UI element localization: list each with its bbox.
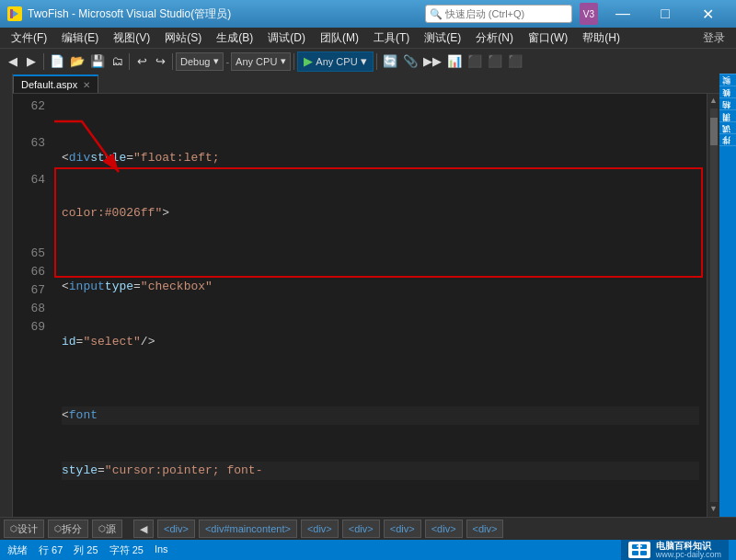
- menu-build[interactable]: 生成(B): [209, 28, 260, 48]
- breadcrumb-div6[interactable]: <div>: [425, 520, 463, 538]
- platform-label: Any CPU: [236, 56, 277, 67]
- more-button[interactable]: ⬛: [505, 51, 525, 73]
- tab-close-button[interactable]: ✕: [83, 80, 90, 90]
- sidebar-item-transform[interactable]: 转换: [719, 97, 736, 109]
- code-line-62b: color:#0026ff">: [62, 204, 699, 223]
- breadcrumb-div-maincontent[interactable]: <div#maincontent>: [199, 520, 297, 538]
- line-num-65: 65: [13, 245, 51, 263]
- scroll-up-button[interactable]: ▲: [708, 96, 719, 107]
- minimize-button[interactable]: —: [602, 0, 644, 28]
- menu-team[interactable]: 团队(M): [313, 28, 366, 48]
- menu-help[interactable]: 帮助(H): [575, 28, 627, 48]
- play-button[interactable]: ▶ Any CPU ▾: [297, 51, 373, 72]
- status-left: 就绪 行 67 列 25 字符 25 Ins: [7, 543, 606, 557]
- code-area[interactable]: 62 63 64 65 66 67 68 69: [13, 94, 719, 517]
- platform-dropdown[interactable]: Any CPU ▾: [231, 52, 291, 71]
- line-num-blank4: [13, 208, 51, 226]
- play-icon: ▶: [304, 54, 313, 68]
- editor-scrollbar[interactable]: ▲ ▼: [707, 94, 719, 517]
- editor: Default.aspx ✕ 62 63 64 65 66: [13, 74, 719, 517]
- scroll-down-button[interactable]: ▼: [708, 504, 719, 515]
- align-left-button[interactable]: ⬛: [465, 51, 485, 73]
- code-line-63b: id="select" />: [62, 333, 699, 351]
- save-all-button[interactable]: 🗂: [108, 51, 126, 73]
- tab-default-aspx[interactable]: Default.aspx ✕: [13, 74, 98, 93]
- tab-bar: Default.aspx ✕: [13, 74, 719, 94]
- back-button[interactable]: ◀: [4, 51, 22, 73]
- scroll-track[interactable]: [710, 109, 718, 502]
- svg-rect-1: [10, 9, 13, 18]
- search-icon: 🔍: [430, 8, 443, 20]
- search-input[interactable]: [445, 8, 556, 19]
- search-box[interactable]: 🔍: [425, 5, 572, 23]
- play-label: Any CPU: [316, 56, 357, 67]
- save-button[interactable]: 💾: [87, 51, 108, 73]
- refresh-button[interactable]: 🔄: [380, 51, 400, 73]
- login-area[interactable]: 登录: [703, 30, 732, 46]
- line-num-blank3: [13, 189, 51, 208]
- toolbar-separator-1: [43, 53, 44, 70]
- menu-tools[interactable]: 工具(T): [366, 28, 417, 48]
- line-num-66: 66: [13, 263, 51, 281]
- forward-button[interactable]: ▶: [22, 51, 40, 73]
- split-mode-tab[interactable]: ⬡ 拆分: [48, 520, 88, 538]
- debug-config-dropdown[interactable]: Debug ▾: [176, 52, 224, 71]
- app-icon: [7, 6, 22, 21]
- status-ready: 就绪: [7, 543, 28, 557]
- breadcrumb-div1[interactable]: <div>: [157, 520, 195, 538]
- breadcrumb-div7[interactable]: <div>: [466, 520, 504, 538]
- status-col: 列 25: [74, 543, 98, 557]
- menu-window[interactable]: 窗口(W): [521, 28, 575, 48]
- line-num-blank1: [13, 116, 51, 134]
- sidebar-item-live[interactable]: 实时: [719, 86, 736, 97]
- breadcrumb-div3[interactable]: <div>: [301, 520, 339, 538]
- title-bar: TwoFish - Microsoft Visual Studio(管理员) 🔍…: [0, 0, 736, 28]
- menu-debug[interactable]: 调试(D): [260, 28, 313, 48]
- performance-button[interactable]: 📊: [444, 51, 465, 73]
- toolbar-separator-2: [129, 53, 130, 70]
- scroll-thumb[interactable]: [710, 118, 718, 145]
- menu-analyze[interactable]: 分析(N): [468, 28, 521, 48]
- sidebar-item-callstack[interactable]: 调用: [719, 121, 736, 133]
- run-diagnostics[interactable]: ▶▶: [420, 51, 444, 73]
- sidebar-item-debug[interactable]: 调试: [719, 133, 736, 145]
- new-file-button[interactable]: 📄: [47, 51, 67, 73]
- undo-button[interactable]: ↩: [132, 51, 151, 73]
- maximize-button[interactable]: □: [644, 0, 686, 28]
- sidebar-item-structure[interactable]: 结构: [719, 109, 736, 121]
- line-num-63: 63: [13, 134, 51, 153]
- breadcrumb-div5[interactable]: <div>: [384, 520, 421, 538]
- menu-edit[interactable]: 编辑(E): [54, 28, 106, 48]
- attach-button[interactable]: 📎: [400, 51, 420, 73]
- menu-view[interactable]: 视图(V): [106, 28, 157, 48]
- line-num-blank5: [13, 226, 51, 245]
- code-line-62: <div style="float:left;: [62, 149, 699, 167]
- bottom-strip: ⬡ 设计 ⬡ 拆分 ⬡ 源 ◀ <div> <div#maincontent> …: [0, 517, 736, 540]
- platform-dropdown-arrow: ▾: [281, 55, 286, 67]
- version-badge: V3: [580, 3, 598, 25]
- code-content: <div style="float:left; color:#0026ff"> …: [54, 94, 707, 517]
- line-num-67: 67: [13, 281, 51, 300]
- breadcrumb-div4[interactable]: <div>: [342, 520, 380, 538]
- line-num-69: 69: [13, 318, 51, 337]
- line-numbers: 62 63 64 65 66 67 68 69: [13, 94, 54, 517]
- menu-site[interactable]: 网站(S): [157, 28, 209, 48]
- line-num-62: 62: [13, 97, 51, 116]
- redo-button[interactable]: ↪: [151, 51, 169, 73]
- status-bar: 就绪 行 67 列 25 字符 25 Ins 电脑百科知识 www.pc-dai…: [0, 540, 736, 560]
- sidebar-item-sort[interactable]: 排序: [719, 145, 736, 157]
- design-mode-tab[interactable]: ⬡ 设计: [4, 520, 44, 538]
- code-line-63: <input type="checkbox": [62, 278, 699, 296]
- source-mode-tab[interactable]: ⬡ 源: [92, 520, 122, 538]
- sidebar-item-goto[interactable]: 转到: [719, 74, 736, 86]
- branding-icon: [628, 542, 650, 558]
- align-right-button[interactable]: ⬛: [485, 51, 505, 73]
- open-button[interactable]: 📂: [67, 51, 87, 73]
- close-button[interactable]: ✕: [686, 0, 729, 28]
- menu-file[interactable]: 文件(F): [4, 28, 54, 48]
- window-title: TwoFish - Microsoft Visual Studio(管理员): [28, 6, 425, 22]
- dropdown-arrow-icon: ▾: [213, 55, 219, 67]
- breadcrumb-scroll-left[interactable]: ◀: [133, 520, 154, 538]
- toolbar-separator-5: [376, 53, 377, 70]
- menu-test[interactable]: 测试(E): [417, 28, 468, 48]
